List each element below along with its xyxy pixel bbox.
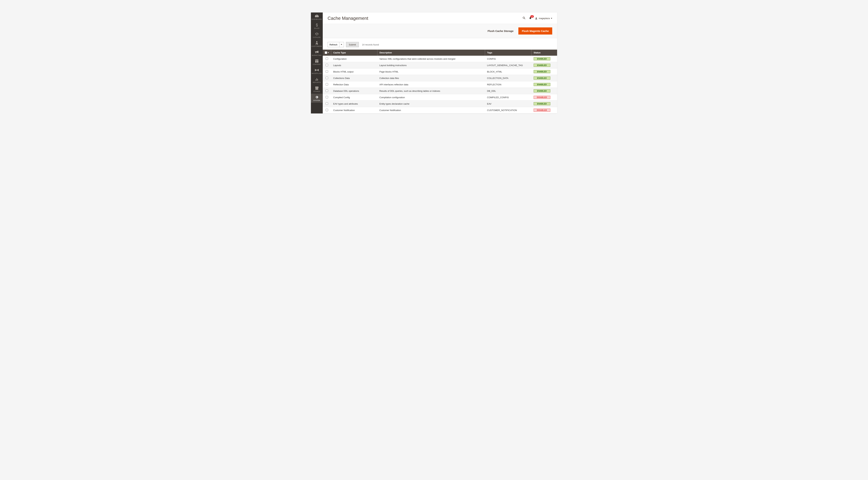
sidebar-item-sales[interactable]: SALES: [311, 22, 322, 31]
cell-description: Various XML configurations that were col…: [377, 56, 485, 62]
cache-row: EAV types and attributesEntity types dec…: [323, 101, 557, 107]
sidebar-item-customers[interactable]: CUSTOMERS: [311, 40, 322, 48]
sidebar-item-label: SALES: [314, 27, 319, 29]
sidebar-item-label: SYSTEM: [313, 100, 320, 101]
cache-row: Customer NotificationCustomer Notificati…: [323, 107, 557, 113]
notifications-icon[interactable]: 11: [529, 16, 532, 20]
cell-description: Collection data files: [377, 75, 485, 81]
cell-description: API interfaces reflection data: [377, 81, 485, 88]
cell-status: ENABLED: [532, 101, 557, 107]
action-bar: Flush Cache Storage Flush Magento Cache: [323, 24, 557, 38]
submit-button[interactable]: Submit: [346, 42, 359, 47]
cache-row: LayoutsLayout building instructionsLAYOU…: [323, 62, 557, 69]
cell-cache-type: Database DDL operations: [331, 88, 377, 94]
cell-status: DISABLED: [532, 94, 557, 101]
status-badge: ENABLED: [534, 76, 550, 80]
app-frame: DASHBOARDSALESCATALOGCUSTOMERSMARKETINGC…: [311, 12, 557, 113]
page-title: Cache Management: [328, 15, 522, 21]
user-menu[interactable]: mageplaza: [535, 17, 552, 20]
flush-magento-cache-button[interactable]: Flush Magento Cache: [518, 27, 552, 35]
cell-status: ENABLED: [532, 75, 557, 81]
sidebar-item-label: CONTENT: [313, 64, 321, 65]
person-icon: [316, 41, 318, 45]
select-all-toggle[interactable]: [325, 52, 329, 54]
col-header-cache-type[interactable]: Cache Type: [331, 49, 377, 56]
row-checkbox[interactable]: [326, 90, 328, 92]
username: mageplaza: [539, 17, 550, 20]
cell-status: ENABLED: [532, 81, 557, 88]
row-checkbox[interactable]: [326, 77, 328, 79]
cell-status: ENABLED: [532, 69, 557, 75]
sidebar-item-content[interactable]: CONTENT: [311, 58, 322, 67]
col-header-checkbox: [323, 49, 331, 56]
status-badge: ENABLED: [534, 64, 550, 67]
cell-tags: CONFIG: [485, 56, 532, 62]
row-checkbox[interactable]: [326, 102, 328, 105]
megaphone-icon: [315, 50, 319, 54]
cell-tags: EAV: [485, 101, 532, 107]
row-checkbox[interactable]: [326, 58, 328, 60]
status-badge: ENABLED: [534, 70, 550, 73]
dollar-icon: [316, 23, 318, 27]
cell-cache-type: Collections Data: [331, 75, 377, 81]
sidebar-item-marketing[interactable]: MARKETING: [311, 48, 322, 58]
cell-tags: LAYOUT_GENERAL_CACHE_TAG: [485, 62, 532, 69]
cell-description: Customer Notification: [377, 107, 485, 113]
refresh-action-button[interactable]: Refresh: [328, 42, 339, 47]
sidebar-item-dashboard[interactable]: DASHBOARD: [311, 12, 322, 22]
layout-icon: [315, 59, 318, 63]
row-checkbox[interactable]: [326, 109, 328, 111]
sidebar-item-mageplaza[interactable]: MAGEPLAZA: [311, 67, 322, 76]
cell-cache-type: Blocks HTML output: [331, 69, 377, 75]
sidebar-item-label: CUSTOMERS: [311, 45, 322, 47]
search-icon[interactable]: [522, 16, 526, 21]
sidebar-item-label: STORES: [313, 91, 320, 92]
cell-description: Entity types declaration cache: [377, 101, 485, 107]
sidebar: DASHBOARDSALESCATALOGCUSTOMERSMARKETINGC…: [311, 12, 323, 113]
mass-action-select: Refresh: [328, 42, 344, 47]
main-area: Cache Management 11 mageplaza Flush Cach…: [323, 12, 557, 113]
sidebar-item-system[interactable]: SYSTEM: [311, 94, 322, 103]
flush-cache-storage-button[interactable]: Flush Cache Storage: [485, 28, 516, 34]
col-header-description[interactable]: Description: [377, 49, 485, 56]
select-all-checkbox-icon: [325, 52, 327, 54]
row-checkbox[interactable]: [326, 70, 328, 73]
bars-icon: [315, 77, 318, 81]
cache-grid: Cache Type Description Tags Status Confi…: [323, 49, 557, 113]
box-icon: [315, 32, 318, 36]
col-header-status[interactable]: Status: [532, 49, 557, 56]
cell-description: Results of DDL queries, such as describi…: [377, 88, 485, 94]
status-badge: DISABLED: [534, 109, 550, 112]
cell-cache-type: Configuration: [331, 56, 377, 62]
header-tools: 11 mageplaza: [522, 16, 552, 21]
cell-cache-type: Compiled Config: [331, 94, 377, 101]
cell-status: ENABLED: [532, 62, 557, 69]
col-header-tags[interactable]: Tags: [485, 49, 532, 56]
cell-status: ENABLED: [532, 88, 557, 94]
sidebar-item-reports[interactable]: REPORTS: [311, 76, 322, 84]
gear-icon: [315, 95, 318, 99]
row-checkbox[interactable]: [326, 83, 328, 85]
status-badge: ENABLED: [534, 57, 550, 60]
mass-action-dropdown-toggle[interactable]: [339, 42, 344, 47]
sidebar-item-label: MARKETING: [312, 55, 321, 56]
status-badge: ENABLED: [534, 102, 550, 105]
status-badge: DISABLED: [534, 96, 550, 99]
cell-tags: DB_DDL: [485, 88, 532, 94]
sidebar-item-stores[interactable]: STORES: [311, 84, 322, 94]
status-badge: ENABLED: [534, 89, 550, 93]
cell-tags: COMPILED_CONFIG: [485, 94, 532, 101]
cell-tags: COLLECTION_DATA: [485, 75, 532, 81]
row-checkbox[interactable]: [326, 64, 328, 66]
bowtie-icon: [315, 68, 319, 72]
cell-cache-type: EAV types and attributes: [331, 101, 377, 107]
row-checkbox[interactable]: [326, 96, 328, 98]
store-icon: [315, 87, 318, 90]
sidebar-item-label: CATALOG: [313, 36, 321, 38]
sidebar-item-catalog[interactable]: CATALOG: [311, 31, 322, 40]
cell-tags: BLOCK_HTML: [485, 69, 532, 75]
cell-description: Page blocks HTML: [377, 69, 485, 75]
cell-status: ENABLED: [532, 56, 557, 62]
page-header: Cache Management 11 mageplaza: [323, 12, 557, 24]
cache-row: Blocks HTML outputPage blocks HTMLBLOCK_…: [323, 69, 557, 75]
